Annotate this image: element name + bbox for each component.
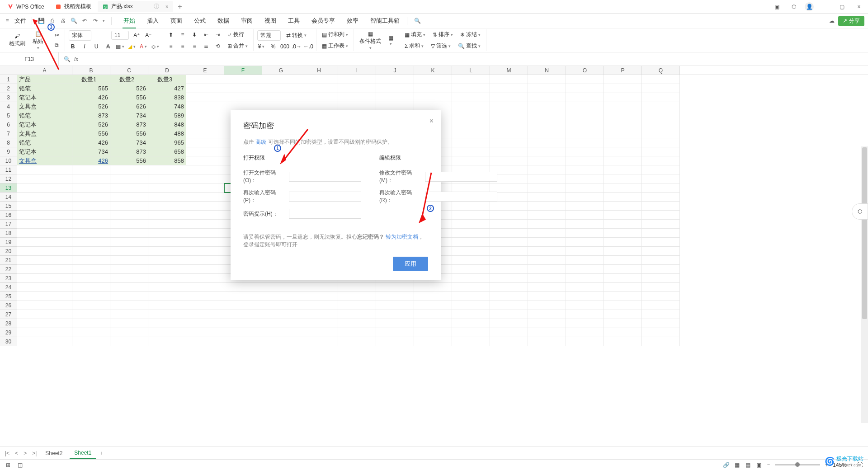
cell[interactable]: [490, 129, 528, 138]
cell[interactable]: [452, 138, 490, 147]
font-name-select[interactable]: 宋体: [69, 30, 91, 41]
cell[interactable]: [17, 328, 72, 337]
row-header[interactable]: 5: [0, 111, 17, 120]
cell[interactable]: 笔记本: [17, 147, 72, 156]
cell[interactable]: [262, 328, 300, 337]
col-header-H[interactable]: H: [300, 66, 338, 75]
cell[interactable]: [604, 138, 642, 147]
cell[interactable]: [414, 310, 452, 319]
cell[interactable]: [452, 256, 490, 265]
cell[interactable]: [528, 238, 566, 247]
cell[interactable]: 488: [148, 129, 186, 138]
cell[interactable]: [490, 138, 528, 147]
orientation-button[interactable]: ⟲: [214, 42, 222, 50]
align-justify-button[interactable]: ≣: [202, 42, 210, 50]
cell[interactable]: [72, 174, 110, 183]
cell[interactable]: 626: [110, 102, 148, 111]
cell[interactable]: [452, 129, 490, 138]
cell[interactable]: [452, 301, 490, 310]
cell[interactable]: [300, 310, 338, 319]
row-header[interactable]: 2: [0, 84, 17, 93]
cell[interactable]: [17, 165, 72, 174]
paste-button[interactable]: 📋粘贴▾: [31, 31, 45, 50]
cell[interactable]: [72, 165, 110, 174]
cell[interactable]: [224, 301, 262, 310]
cell[interactable]: [604, 147, 642, 156]
cell[interactable]: [17, 183, 72, 193]
cell[interactable]: [300, 301, 338, 310]
menu-insert[interactable]: 插入: [146, 15, 160, 27]
indent-dec-button[interactable]: ⇤: [202, 31, 210, 39]
cell[interactable]: 427: [148, 84, 186, 93]
apply-button[interactable]: 应用: [393, 257, 428, 271]
cell[interactable]: 文具盒: [17, 156, 72, 165]
cell[interactable]: [642, 292, 680, 301]
cell[interactable]: [528, 193, 566, 202]
cell[interactable]: [110, 202, 148, 211]
qat-more-icon[interactable]: ▾: [103, 19, 105, 23]
cell[interactable]: [452, 283, 490, 292]
cell[interactable]: [17, 337, 72, 346]
name-box[interactable]: F13 ▾: [0, 52, 59, 66]
cell[interactable]: [72, 301, 110, 310]
cell[interactable]: [148, 229, 186, 238]
cell[interactable]: [72, 310, 110, 319]
row-header[interactable]: 8: [0, 138, 17, 147]
cell[interactable]: [490, 75, 528, 84]
dialog-close-button[interactable]: ×: [429, 117, 434, 125]
cell[interactable]: [566, 301, 604, 310]
cell[interactable]: [72, 265, 110, 274]
cell[interactable]: [224, 93, 262, 102]
cell[interactable]: [110, 238, 148, 247]
cell[interactable]: [338, 310, 376, 319]
cell[interactable]: 笔记本: [17, 120, 72, 129]
cell[interactable]: [566, 93, 604, 102]
hamburger-icon[interactable]: ≡: [4, 17, 11, 24]
align-right-button[interactable]: ≡: [190, 42, 198, 50]
cell[interactable]: [528, 247, 566, 256]
cell[interactable]: [148, 211, 186, 220]
cell[interactable]: [566, 193, 604, 202]
cell[interactable]: [72, 337, 110, 346]
cell[interactable]: [642, 102, 680, 111]
cell[interactable]: [224, 283, 262, 292]
cell[interactable]: [528, 337, 566, 346]
row-header[interactable]: 6: [0, 120, 17, 129]
align-center-button[interactable]: ≡: [179, 42, 187, 50]
cell[interactable]: 556: [72, 129, 110, 138]
cell[interactable]: 铅笔: [17, 111, 72, 120]
cell[interactable]: 734: [72, 147, 110, 156]
share-button[interactable]: ↗分享: [838, 16, 864, 26]
cell[interactable]: [528, 265, 566, 274]
cell[interactable]: [186, 183, 224, 193]
cell[interactable]: [452, 310, 490, 319]
panel-icon[interactable]: ▣: [770, 0, 783, 13]
cell[interactable]: [452, 265, 490, 274]
cloud-sync-icon[interactable]: ☁: [828, 17, 835, 24]
cell[interactable]: [566, 247, 604, 256]
cell[interactable]: [604, 193, 642, 202]
cell[interactable]: [376, 337, 414, 346]
cell[interactable]: [338, 283, 376, 292]
cell[interactable]: [376, 310, 414, 319]
row-header[interactable]: 22: [0, 265, 17, 274]
cell[interactable]: [186, 156, 224, 165]
cell[interactable]: [490, 120, 528, 129]
cell[interactable]: [566, 265, 604, 274]
cell[interactable]: [528, 84, 566, 93]
new-tab-button[interactable]: +: [175, 2, 185, 12]
cell[interactable]: [186, 211, 224, 220]
cell[interactable]: 858: [148, 156, 186, 165]
cell[interactable]: [452, 102, 490, 111]
cell[interactable]: [642, 93, 680, 102]
cell[interactable]: [528, 93, 566, 102]
cell[interactable]: 873: [110, 120, 148, 129]
cell[interactable]: 734: [110, 111, 148, 120]
cell[interactable]: 873: [110, 147, 148, 156]
row-header[interactable]: 16: [0, 211, 17, 220]
cell[interactable]: [148, 310, 186, 319]
cell[interactable]: [148, 301, 186, 310]
cell[interactable]: [528, 102, 566, 111]
cell[interactable]: [642, 183, 680, 193]
cell[interactable]: [566, 274, 604, 283]
